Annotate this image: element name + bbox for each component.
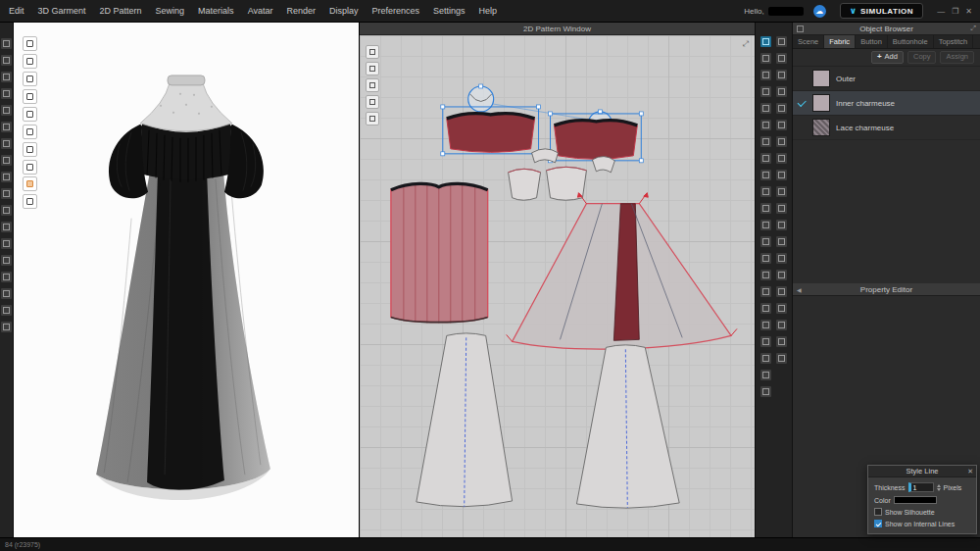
text-icon[interactable] <box>760 353 771 364</box>
layer-icon[interactable] <box>776 353 787 364</box>
pattern-collar-left[interactable] <box>468 84 494 112</box>
pattern-flared-skirt[interactable] <box>507 193 737 349</box>
show-avatar-icon[interactable] <box>1 88 12 99</box>
attach-icon[interactable] <box>776 153 787 164</box>
edit-pattern-icon[interactable] <box>760 70 771 80</box>
show-internal-checkbox[interactable] <box>874 520 882 527</box>
arrangement-point-icon[interactable] <box>23 194 37 209</box>
tab-scene[interactable]: Scene <box>793 35 824 48</box>
style-line-titlebar[interactable]: Style Line ✕ <box>868 466 976 477</box>
button-tool-icon[interactable] <box>776 186 787 197</box>
dialog-close-icon[interactable]: ✕ <box>967 466 973 477</box>
flatten-icon[interactable] <box>776 286 787 297</box>
menu-avatar[interactable]: Avatar <box>241 0 280 22</box>
close-icon[interactable]: ✕ <box>965 7 972 16</box>
add-point-icon[interactable] <box>760 103 771 114</box>
add-fabric-button[interactable]: + Add <box>871 51 904 64</box>
show-button-icon[interactable] <box>1 272 12 282</box>
zoom-fit-icon[interactable] <box>776 303 787 314</box>
tack-icon[interactable] <box>776 270 787 280</box>
edit-curvature-icon[interactable] <box>760 86 771 97</box>
rectangle-icon[interactable] <box>760 136 771 147</box>
garment-3d-dress[interactable] <box>14 23 359 537</box>
pin-tool-icon[interactable] <box>776 70 787 80</box>
simulation-button[interactable]: ∨ SIMULATION <box>840 3 924 19</box>
thickness-input[interactable] <box>908 482 934 492</box>
tab-fabric[interactable]: Fabric <box>824 35 856 48</box>
free-sewing-icon[interactable] <box>776 103 787 114</box>
texture-surface-icon[interactable] <box>1 138 12 149</box>
trace-icon[interactable] <box>366 112 379 125</box>
fabric-row-inner-charmeuse[interactable]: Inner charmeuse <box>793 91 980 116</box>
edit-pattern-2d-icon[interactable] <box>366 62 379 75</box>
internal-circle-icon[interactable] <box>760 253 771 264</box>
transform-pattern-icon[interactable] <box>760 53 771 64</box>
show-grainline-icon[interactable] <box>1 288 12 299</box>
menu-render[interactable]: Render <box>279 0 322 22</box>
dart-icon[interactable] <box>760 170 771 180</box>
menu-settings[interactable]: Settings <box>426 0 472 22</box>
fabric-row-lace-charmeuse[interactable]: Lace charmeuse <box>793 116 980 140</box>
menu-3d-garment[interactable]: 3D Garment <box>31 0 93 22</box>
show-mesh-icon[interactable] <box>1 122 12 132</box>
viewport-3d[interactable] <box>14 23 359 537</box>
monochrome-icon[interactable] <box>1 172 12 182</box>
pattern-canvas-2d[interactable]: ⤢ <box>360 35 755 537</box>
fabric-row-outer[interactable]: Outer <box>793 67 980 91</box>
menu-display[interactable]: Display <box>322 0 366 22</box>
grid-icon[interactable] <box>776 320 787 330</box>
menu-sewing[interactable]: Sewing <box>149 0 192 22</box>
fit-map-icon[interactable] <box>1 222 12 232</box>
select-mesh-icon[interactable] <box>23 72 37 86</box>
view-rotate-icon[interactable] <box>1 38 12 49</box>
zoom-tool-icon[interactable] <box>1 72 12 82</box>
menu-help[interactable]: Help <box>472 0 505 22</box>
thick-texture-icon[interactable] <box>1 155 12 166</box>
base-line-icon[interactable] <box>760 270 771 280</box>
show-silhouette-checkbox[interactable] <box>874 508 882 516</box>
fabric-swatch[interactable] <box>812 70 830 87</box>
select-move-3d-icon[interactable] <box>23 54 37 69</box>
show-texture-icon[interactable] <box>760 386 771 397</box>
steam-3d-icon[interactable] <box>23 160 37 175</box>
pin-box-icon[interactable] <box>23 89 37 104</box>
steam-icon[interactable] <box>776 253 787 264</box>
minimize-icon[interactable]: — <box>937 7 945 16</box>
menu-2d-pattern[interactable]: 2D Pattern <box>93 0 149 22</box>
pattern-window-titlebar[interactable]: 2D Pattern Window <box>360 23 755 35</box>
fold-arrangement-icon[interactable] <box>776 136 787 147</box>
print-layout-icon[interactable] <box>760 320 771 330</box>
internal-polygon-icon[interactable] <box>760 220 771 230</box>
snap-icon[interactable] <box>776 336 787 347</box>
pattern-corset-panel[interactable] <box>391 183 488 323</box>
show-pin-icon[interactable] <box>1 255 12 266</box>
fabric-swatch[interactable] <box>812 119 830 136</box>
polygon-icon[interactable] <box>760 120 771 130</box>
seam-allowance-icon[interactable] <box>760 203 771 214</box>
select-move-icon[interactable] <box>776 53 787 64</box>
menu-materials[interactable]: Materials <box>191 0 241 22</box>
pattern-bodice-front-left[interactable] <box>441 105 541 156</box>
sewing-3d-icon[interactable] <box>23 125 37 139</box>
notch-icon[interactable] <box>760 186 771 197</box>
strain-map-icon[interactable] <box>1 205 12 216</box>
menu-preferences[interactable]: Preferences <box>366 0 427 22</box>
collapse-arrow-icon[interactable]: ◀ <box>797 286 802 293</box>
edit-curve-2d-icon[interactable] <box>366 95 379 109</box>
pattern-underskirt-right[interactable] <box>576 345 679 508</box>
add-point-2d-icon[interactable] <box>366 78 379 92</box>
simulate-2d-icon[interactable] <box>776 36 787 47</box>
show-seam-icon[interactable] <box>1 238 12 249</box>
shirring-icon[interactable] <box>776 236 787 247</box>
mn-sewing-icon[interactable] <box>776 120 787 130</box>
internal-rect-icon[interactable] <box>760 236 771 247</box>
object-browser-header[interactable]: Object Browser ⤢ <box>793 23 980 35</box>
simulate-icon[interactable] <box>23 36 37 51</box>
object-browser-expand-icon[interactable]: ⤢ <box>970 25 976 32</box>
property-editor-header[interactable]: ◀ Property Editor <box>793 283 980 296</box>
view-pan-icon[interactable] <box>1 55 12 66</box>
cloud-icon[interactable]: ☁ <box>813 5 826 18</box>
sewing-edit-icon[interactable] <box>776 86 787 97</box>
expand-canvas-icon[interactable]: ⤢ <box>743 39 749 49</box>
grading-icon[interactable] <box>760 303 771 314</box>
